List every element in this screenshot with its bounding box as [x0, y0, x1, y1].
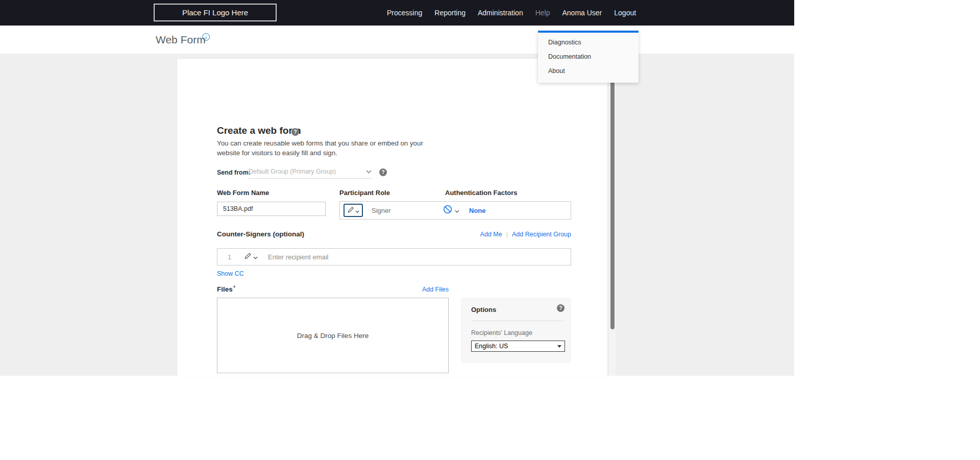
language-select-value: English: US [475, 343, 508, 350]
options-title: Options [471, 306, 496, 313]
auth-method-selector[interactable] [443, 205, 459, 216]
language-select[interactable]: English: US [471, 341, 565, 352]
nav-processing[interactable]: Processing [387, 9, 422, 17]
dropzone-text: Drag & Drop Files Here [297, 332, 369, 340]
send-from-dropdown[interactable]: Default Group (Primary Group) [249, 165, 372, 179]
pen-icon [244, 252, 252, 261]
nav-logout[interactable]: Logout [614, 9, 636, 17]
files-header: Files * Add Files [217, 285, 449, 293]
chevron-down-icon [455, 206, 459, 215]
counter-signers-header: Counter-Signers (optional) Add Me | Add … [217, 230, 571, 238]
web-form-name-input[interactable] [217, 202, 326, 216]
options-panel: Options ? Recipients' Language English: … [461, 298, 571, 363]
signer-role-selector[interactable] [344, 204, 363, 217]
send-from-value: Default Group (Primary Group) [249, 168, 366, 175]
show-cc-link[interactable]: Show CC [217, 270, 244, 277]
counter-signers-label: Counter-Signers (optional) [217, 230, 480, 238]
send-from-label: Send from: [217, 169, 251, 176]
participant-role-value: Signer [372, 207, 391, 214]
form-description: You can create reusable web forms that y… [217, 139, 437, 158]
scrollbar[interactable] [609, 54, 616, 376]
scrollbar-thumb[interactable] [610, 58, 615, 329]
nav-administration[interactable]: Administration [478, 9, 523, 17]
options-help-icon[interactable]: ? [557, 304, 565, 312]
recipient-role-selector[interactable] [241, 252, 261, 261]
counter-signers-actions: Add Me | Add Recipient Group [480, 231, 571, 238]
send-from-help-icon[interactable]: ? [379, 168, 387, 176]
link-separator: | [506, 231, 508, 238]
chevron-down-icon [366, 170, 372, 174]
nav-reporting[interactable]: Reporting [434, 9, 465, 17]
chevron-down-icon [253, 252, 258, 261]
content-area: Create a web form ? You can create reusa… [0, 54, 794, 376]
help-dropdown-menu: Diagnostics Documentation About [538, 31, 639, 83]
form-title: Create a web form [217, 125, 301, 136]
pen-icon [348, 206, 354, 215]
select-arrow-icon [557, 345, 561, 348]
participant-role-row: Signer None [339, 201, 571, 220]
page-header: Web Form i [0, 26, 794, 54]
app-window: Place FI Logo Here Processing Reporting … [0, 0, 794, 376]
recipient-index: 1 [217, 253, 241, 261]
participant-role-label: Participant Role [339, 189, 390, 197]
recipient-email-input[interactable] [261, 253, 571, 261]
primary-nav: Processing Reporting Administration Help… [387, 0, 636, 26]
menu-item-about[interactable]: About [538, 64, 639, 78]
file-dropzone[interactable]: Drag & Drop Files Here [217, 298, 449, 373]
menu-item-documentation[interactable]: Documentation [538, 50, 639, 64]
fi-logo-placeholder[interactable]: Place FI Logo Here [154, 4, 277, 21]
top-navbar: Place FI Logo Here Processing Reporting … [0, 0, 794, 26]
nav-help[interactable]: Help [535, 9, 550, 17]
menu-item-diagnostics[interactable]: Diagnostics [538, 35, 639, 50]
files-label: Files [217, 285, 233, 293]
web-form-name-label: Web Form Name [217, 189, 269, 197]
required-asterisk: * [233, 284, 236, 292]
add-recipient-group-link[interactable]: Add Recipient Group [512, 231, 571, 238]
fi-logo-text: Place FI Logo Here [182, 8, 248, 17]
add-files-link[interactable]: Add Files [422, 286, 449, 293]
title-help-icon[interactable]: ? [291, 128, 299, 136]
page-title: Web Form [156, 26, 206, 54]
no-auth-icon [443, 205, 452, 216]
web-form-card: Create a web form ? You can create reusa… [177, 59, 607, 376]
recipient-row: 1 [217, 248, 571, 265]
nav-user[interactable]: Anoma User [562, 9, 602, 17]
auth-none-link[interactable]: None [469, 207, 486, 214]
chevron-down-icon [355, 206, 359, 215]
recipients-language-label: Recipients' Language [471, 329, 532, 336]
auth-factors-label: Authentication Factors [445, 189, 518, 197]
options-divider [471, 321, 563, 321]
add-me-link[interactable]: Add Me [480, 231, 502, 238]
info-icon[interactable]: i [202, 33, 210, 41]
